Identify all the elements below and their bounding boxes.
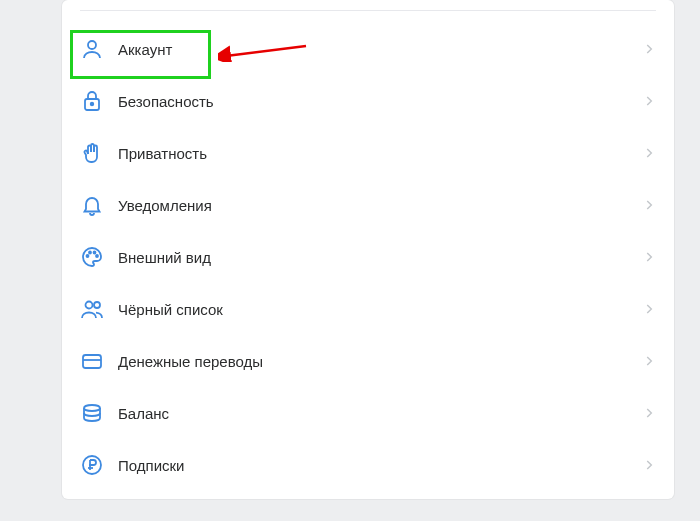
- settings-menu-panel: Аккаунт Безопасность Приват: [62, 0, 674, 499]
- svg-point-6: [96, 255, 98, 257]
- menu-item-label: Уведомления: [118, 197, 642, 214]
- menu-item-label: Аккаунт: [118, 41, 642, 58]
- bell-icon: [80, 193, 104, 217]
- chevron-right-icon: [642, 146, 656, 160]
- svg-point-8: [94, 302, 100, 308]
- menu-item-account[interactable]: Аккаунт: [62, 23, 674, 75]
- menu-item-appearance[interactable]: Внешний вид: [62, 231, 674, 283]
- divider: [80, 10, 656, 11]
- menu-item-label: Баланс: [118, 405, 642, 422]
- menu-item-subscriptions[interactable]: Подписки: [62, 439, 674, 491]
- ruble-icon: [80, 453, 104, 477]
- chevron-right-icon: [642, 42, 656, 56]
- chevron-right-icon: [642, 354, 656, 368]
- chevron-right-icon: [642, 198, 656, 212]
- menu-item-label: Приватность: [118, 145, 642, 162]
- svg-point-5: [94, 252, 96, 254]
- chevron-right-icon: [642, 458, 656, 472]
- person-icon: [80, 37, 104, 61]
- svg-point-0: [88, 41, 96, 49]
- card-icon: [80, 349, 104, 373]
- svg-point-4: [89, 252, 91, 254]
- hand-icon: [80, 141, 104, 165]
- svg-rect-9: [83, 355, 101, 368]
- menu-item-balance[interactable]: Баланс: [62, 387, 674, 439]
- lock-icon: [80, 89, 104, 113]
- svg-point-10: [84, 405, 100, 411]
- svg-point-3: [87, 255, 89, 257]
- menu-item-blacklist[interactable]: Чёрный список: [62, 283, 674, 335]
- menu-item-label: Чёрный список: [118, 301, 642, 318]
- svg-point-7: [86, 302, 93, 309]
- users-icon: [80, 297, 104, 321]
- chevron-right-icon: [642, 302, 656, 316]
- menu-item-label: Подписки: [118, 457, 642, 474]
- menu-item-notifications[interactable]: Уведомления: [62, 179, 674, 231]
- coins-icon: [80, 401, 104, 425]
- menu-item-label: Денежные переводы: [118, 353, 642, 370]
- chevron-right-icon: [642, 406, 656, 420]
- menu-item-label: Внешний вид: [118, 249, 642, 266]
- palette-icon: [80, 245, 104, 269]
- menu-item-privacy[interactable]: Приватность: [62, 127, 674, 179]
- menu-item-payments[interactable]: Денежные переводы: [62, 335, 674, 387]
- menu-item-security[interactable]: Безопасность: [62, 75, 674, 127]
- chevron-right-icon: [642, 94, 656, 108]
- svg-point-2: [91, 103, 94, 106]
- menu-item-label: Безопасность: [118, 93, 642, 110]
- chevron-right-icon: [642, 250, 656, 264]
